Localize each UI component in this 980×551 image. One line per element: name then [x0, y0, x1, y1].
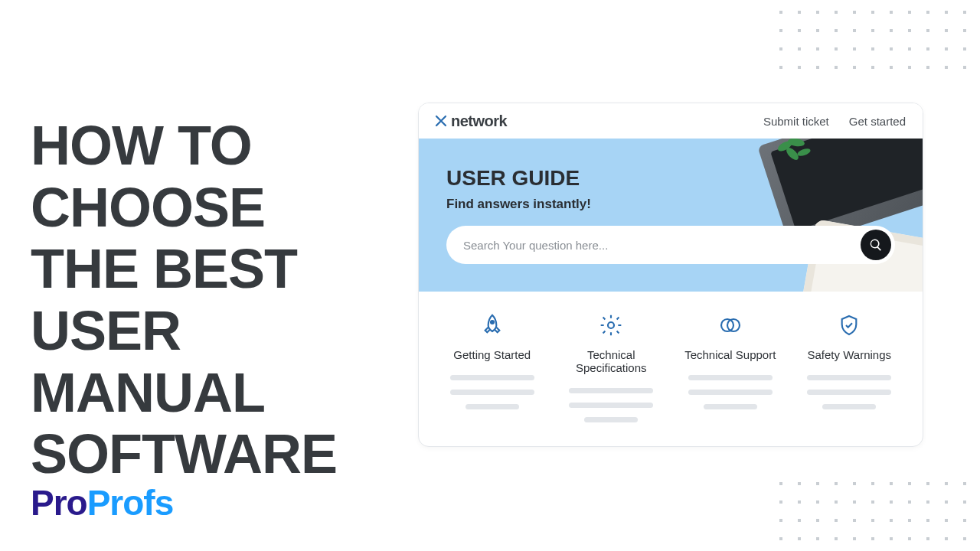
search-wrap	[446, 226, 895, 264]
hero-title: USER GUIDE	[446, 166, 895, 191]
decorative-dots-bottom	[772, 474, 980, 551]
get-started-link[interactable]: Get started	[849, 115, 906, 128]
submit-ticket-link[interactable]: Submit ticket	[763, 115, 829, 128]
skeleton-line	[569, 388, 653, 393]
skeleton-line	[688, 390, 773, 395]
category-label: Getting Started	[453, 348, 531, 361]
brand-name: network	[451, 112, 507, 130]
category-technical-specifications[interactable]: Technical Specifications	[554, 313, 668, 432]
brand: network	[434, 112, 507, 130]
skeleton-line	[807, 390, 891, 395]
shield-icon	[837, 313, 861, 337]
skeleton-line	[584, 417, 638, 422]
hero-banner: USER GUIDE Find answers instantly!	[419, 139, 923, 292]
skeleton-line	[450, 375, 534, 380]
search-button[interactable]	[861, 230, 891, 260]
proprofs-logo: ProProfs	[31, 482, 173, 523]
category-label: Technical Specifications	[554, 348, 668, 374]
brand-mark-icon	[434, 114, 448, 128]
skeleton-line	[704, 404, 757, 409]
app-preview-card: network Submit ticket Get started USER G…	[418, 103, 923, 447]
rocket-icon	[480, 313, 505, 337]
category-safety-warnings[interactable]: Safety Warnings	[792, 313, 906, 432]
skeleton-line	[822, 404, 876, 409]
logo-part-2: Profs	[87, 483, 174, 523]
skeleton-line	[569, 403, 653, 408]
category-technical-support[interactable]: Technical Support	[673, 313, 788, 432]
category-label: Safety Warnings	[808, 348, 892, 361]
decor-plant	[769, 139, 815, 169]
svg-point-3	[796, 147, 812, 158]
gear-icon	[599, 313, 623, 337]
hero-subtitle: Find answers instantly!	[446, 197, 895, 212]
decorative-dots-top	[772, 3, 980, 80]
category-row: Getting Started Technical Specifications…	[419, 292, 923, 432]
skeleton-line	[807, 375, 891, 380]
card-header: network Submit ticket Get started	[419, 103, 923, 139]
skeleton-line	[450, 390, 534, 395]
svg-point-4	[491, 321, 494, 324]
svg-point-5	[608, 322, 614, 328]
search-icon	[869, 238, 883, 252]
category-label: Technical Support	[684, 348, 776, 361]
category-getting-started[interactable]: Getting Started	[435, 313, 550, 432]
skeleton-line	[466, 404, 519, 409]
search-input[interactable]	[446, 226, 895, 264]
header-links: Submit ticket Get started	[763, 115, 906, 128]
logo-part-1: Pro	[31, 483, 87, 523]
page-title: HOW TO CHOOSE THE BEST USER MANUAL SOFTW…	[31, 115, 383, 485]
skeleton-line	[688, 375, 773, 380]
circles-icon	[718, 313, 743, 337]
